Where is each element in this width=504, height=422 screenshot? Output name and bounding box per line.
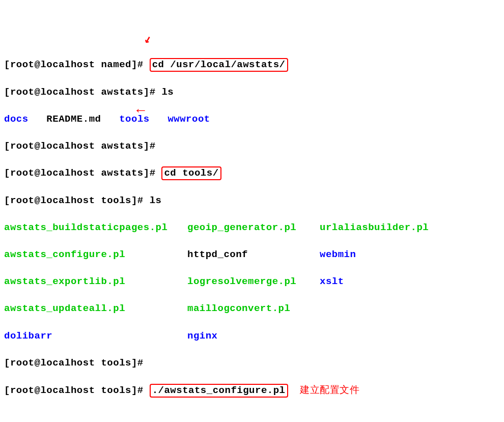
prompt: [root@localhost tools]# bbox=[4, 385, 150, 396]
file-buildstatic: awstats_buildstaticpages.pl bbox=[4, 222, 167, 233]
terminal-line: [root@localhost awstats]# bbox=[4, 139, 500, 153]
dir-webmin: webmin bbox=[320, 249, 356, 260]
ls-output: dolibarrnginx bbox=[4, 329, 500, 343]
command-run-configure[interactable]: ./awstats_configure.pl bbox=[150, 384, 288, 398]
terminal-line: [root@localhost named]# cd /usr/local/aw… bbox=[4, 58, 500, 72]
ls-output: awstats_exportlib.pllogresolvemerge.plxs… bbox=[4, 275, 500, 289]
file-exportlib: awstats_exportlib.pl bbox=[4, 276, 125, 287]
ls-output: awstats_configure.plhttpd_confwebmin bbox=[4, 248, 500, 262]
file-httpdconf: httpd_conf bbox=[187, 249, 248, 260]
file-logresolve: logresolvemerge.pl bbox=[187, 276, 296, 287]
command-cd-awstats[interactable]: cd /usr/local/awstats/ bbox=[150, 58, 288, 72]
annotation-build-config: 建立配置文件 bbox=[300, 384, 359, 395]
blank-line bbox=[4, 411, 500, 422]
arrow-icon: ↙ bbox=[142, 30, 154, 48]
file-maillog: maillogconvert.pl bbox=[187, 303, 290, 314]
prompt: [root@localhost awstats]# bbox=[4, 140, 161, 152]
file-configure: awstats_configure.pl bbox=[4, 249, 125, 260]
dir-wwwroot: wwwroot bbox=[167, 114, 210, 125]
dir-xslt: xslt bbox=[320, 276, 344, 287]
file-geoip: geoip_generator.pl bbox=[187, 222, 296, 233]
terminal-line: [root@localhost tools]# ./awstats_config… bbox=[4, 383, 500, 398]
prompt: [root@localhost tools]# bbox=[4, 195, 150, 206]
terminal-line: [root@localhost tools]# ls bbox=[4, 194, 500, 208]
terminal-line: [root@localhost tools]# bbox=[4, 356, 500, 370]
file-readme: README.md bbox=[46, 114, 101, 125]
ls-output: awstats_updateall.plmaillogconvert.pl bbox=[4, 302, 500, 316]
file-updateall: awstats_updateall.pl bbox=[4, 303, 125, 314]
dir-docs: docs bbox=[4, 114, 29, 125]
terminal-line: [root@localhost awstats]# ls bbox=[4, 86, 500, 99]
command-cd-tools[interactable]: cd tools/ bbox=[161, 166, 221, 180]
prompt: [root@localhost named]# bbox=[4, 59, 150, 70]
prompt: [root@localhost awstats]# bbox=[4, 167, 161, 179]
dir-nginx: nginx bbox=[187, 330, 218, 342]
dir-dolibarr: dolibarr bbox=[4, 330, 52, 342]
command-ls[interactable]: ls bbox=[161, 87, 174, 98]
arrow-icon: ← bbox=[136, 101, 145, 121]
prompt: [root@localhost tools]# bbox=[4, 357, 150, 369]
ls-output: docs README.md tools wwwroot bbox=[4, 112, 500, 126]
prompt: [root@localhost awstats]# bbox=[4, 87, 161, 98]
terminal-line: [root@localhost awstats]# cd tools/ bbox=[4, 166, 500, 180]
ls-output: awstats_buildstaticpages.plgeoip_generat… bbox=[4, 221, 500, 235]
command-ls[interactable]: ls bbox=[150, 195, 162, 206]
file-urlalias: urlaliasbuilder.pl bbox=[320, 222, 429, 233]
